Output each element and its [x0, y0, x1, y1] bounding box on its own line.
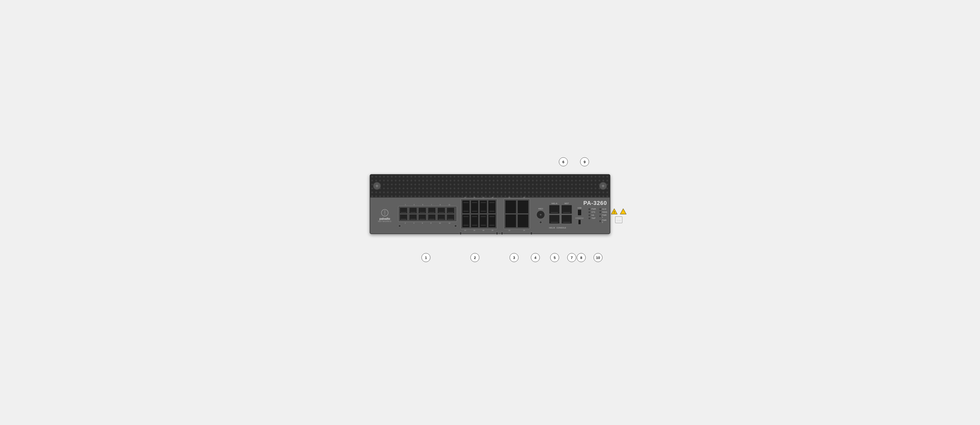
warning-clei-area: ! ⚡ CLEI	[611, 208, 627, 223]
led-pwr-dot	[589, 208, 590, 210]
clei-box: CLEI	[615, 216, 622, 223]
led-tmp-label: TMP	[591, 217, 595, 219]
callout-8: 8	[577, 253, 586, 262]
usb-console-area: USB CONSOLE	[575, 207, 584, 224]
rj45-port-4	[409, 214, 417, 220]
vent-section: + +	[370, 175, 610, 197]
left-mount-screw: +	[373, 182, 381, 190]
sfp-row-top	[462, 200, 496, 213]
rj45-port-1	[399, 207, 407, 213]
sfp-row-bottom	[462, 214, 496, 228]
sfp-port-20	[488, 214, 496, 228]
callout-1: 1	[422, 253, 430, 262]
led-fans-dot	[600, 212, 601, 213]
screw-right	[454, 224, 457, 227]
rj45-top-labels: 1357911	[400, 204, 455, 205]
led-right: ALM FANS PWR 1 PWR 2	[600, 208, 607, 223]
sfp-port-17	[479, 200, 487, 213]
hsci-label: HSCI	[538, 208, 543, 210]
callout-5: 5	[550, 253, 559, 262]
sfp-port-group	[461, 199, 497, 229]
led-tmp-dot	[589, 218, 590, 219]
qsfp-port-24	[517, 214, 529, 228]
led-pwr2-dot	[600, 220, 601, 222]
hsci-screw	[539, 221, 542, 224]
rj45-bottom-labels: 24681012	[400, 222, 455, 224]
qsfp-port-21	[505, 200, 516, 213]
ha1-a-port	[549, 205, 560, 214]
qsfp-top-labels: 2123	[502, 197, 531, 198]
rj45-port-7	[428, 207, 436, 213]
screw-left	[398, 224, 401, 227]
callout-10: 10	[593, 253, 603, 262]
logo-area: /// //// // paloalto NETWORKS	[374, 209, 396, 223]
ha-mgt-area: HA1-A MGT HA1-B CONSOLE	[549, 202, 572, 229]
console-lower-label: CONSOLE	[557, 227, 566, 229]
svg-text:!: !	[614, 210, 615, 214]
ha1-a-port-lower	[549, 215, 560, 224]
led-pwr2-label: PWR 2	[602, 219, 607, 223]
chassis: + + /// //// // paloalto NETWORKS	[370, 174, 610, 234]
rj45-port-8	[428, 214, 436, 220]
led-ha: HA	[589, 214, 596, 216]
led-alm-dot	[600, 208, 601, 210]
led-fans-label: FANS	[602, 211, 607, 213]
led-alm-label: ALM	[602, 208, 606, 210]
hsci-port	[536, 210, 545, 219]
sfp-screw-left	[459, 232, 462, 235]
svg-text:⚡: ⚡	[622, 211, 625, 214]
model-name: PA-3260	[584, 200, 607, 206]
qsfp-port-22	[505, 214, 516, 228]
qsfp-screws	[501, 232, 533, 235]
rj45-port-group	[398, 206, 457, 222]
led-area: PWR STS HA TMP	[587, 208, 607, 223]
callout-2: 2	[471, 253, 479, 262]
led-sts-label: STS	[591, 211, 595, 213]
qsfp-bottom-labels: 2224	[502, 229, 531, 231]
laser-warning-icon: !	[611, 208, 618, 215]
ha-mgt-ports: HA1-A MGT	[549, 202, 572, 224]
led-sts: STS	[589, 211, 596, 213]
console-label-text: CONSOLE	[575, 217, 584, 219]
qsfp-port-23	[517, 200, 529, 213]
led-fans: FANS	[600, 211, 607, 213]
callout-7: 7	[567, 253, 576, 262]
rj45-screws	[398, 224, 457, 227]
esd-warning-icon: ⚡	[620, 208, 627, 215]
hsci-container: HSCI	[536, 208, 545, 224]
console-port	[578, 220, 581, 224]
rj45-port-9	[438, 207, 445, 213]
qsfp-screw-right	[530, 232, 533, 235]
rj45-port-11	[447, 207, 455, 213]
clei-label: CLEI	[616, 220, 621, 221]
paloalto-logo-icon: /// //// //	[381, 209, 389, 217]
brand-name: paloalto NETWORKS	[378, 217, 391, 223]
qsfp-row-bottom	[505, 214, 529, 228]
usb-port	[578, 209, 582, 216]
sfp-port-14	[462, 214, 470, 228]
rj45-port-6	[418, 214, 426, 220]
callout-9: 9	[580, 158, 589, 166]
qsfp-port-group	[504, 199, 530, 229]
qsfp-group-container: 2123	[501, 197, 533, 235]
rj45-port-3	[409, 207, 417, 213]
sfp-group-container: 13151719	[459, 197, 498, 235]
callout-3: 3	[509, 253, 519, 262]
led-pwr-label: PWR	[591, 208, 596, 210]
led-alm: ALM	[600, 208, 607, 210]
sfp-port-18	[479, 214, 487, 228]
callout-6: 6	[559, 158, 568, 166]
rj45-port-10	[438, 214, 445, 220]
rj45-port-2	[399, 214, 407, 220]
diagram-wrapper: 6 9 + + /// ////	[364, 158, 616, 267]
led-tmp: TMP	[589, 217, 596, 219]
sfp-port-13	[462, 200, 470, 213]
sfp-port-16	[471, 214, 479, 228]
sfp-screws	[459, 232, 498, 235]
ha1-b-label: HA1-B	[549, 227, 555, 229]
sfp-bottom-labels: 14161820	[461, 229, 497, 231]
sfp-screw-right	[496, 232, 498, 235]
qsfp-screw-left	[501, 232, 503, 235]
sfp-port-19	[488, 200, 496, 213]
led-ha-dot	[589, 215, 590, 216]
